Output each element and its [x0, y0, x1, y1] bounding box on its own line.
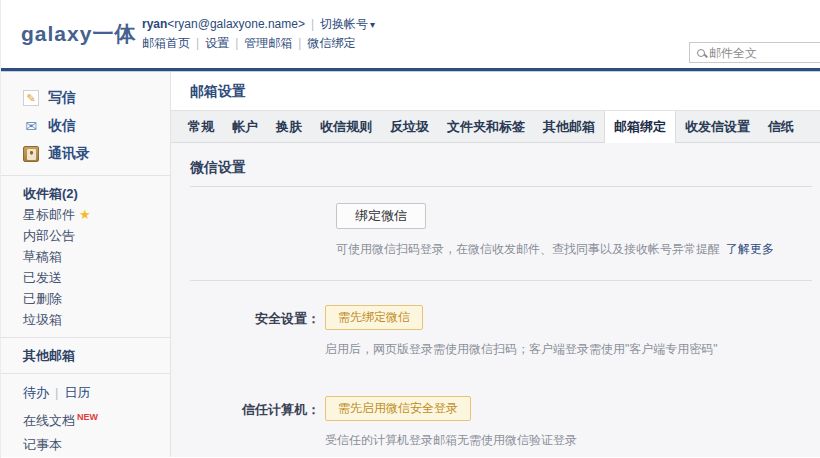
need-enable-wechat-login-button[interactable]: 需先启用微信安全登录: [325, 396, 471, 421]
divider: [190, 280, 812, 281]
trusted-computer-label: 信任计算机：: [190, 396, 320, 449]
nav-link-settings[interactable]: 设置: [205, 36, 229, 50]
receive-mail-button[interactable]: ✉ 收信: [1, 112, 170, 140]
main-content: 邮箱设置 常规 帐户 换肤 收信规则 反垃圾 文件夹和标签 其他邮箱 邮箱绑定 …: [171, 72, 820, 457]
chevron-down-icon[interactable]: ▾: [370, 19, 375, 30]
receive-label: 收信: [48, 117, 76, 135]
compose-button[interactable]: ✎ 写信: [1, 84, 170, 112]
wechat-settings-panel: 微信设置 绑定微信 可使用微信扫码登录，在微信收发邮件、查找同事以及接收帐号异常…: [171, 143, 820, 457]
trusted-computer-content: 需先启用微信安全登录 受信任的计算机登录邮箱无需使用微信验证登录: [325, 396, 577, 449]
search-icon: [697, 49, 705, 57]
tab-mailbox-binding[interactable]: 邮箱绑定: [604, 111, 676, 143]
user-account-line: ryan<ryan@galaxyone.name>|切换帐号▾: [142, 15, 375, 34]
user-block: ryan<ryan@galaxyone.name>|切换帐号▾ 邮箱首页|设置|…: [142, 15, 375, 53]
webmail-settings-page: galaxy一体 ryan<ryan@galaxyone.name>|切换帐号▾…: [0, 0, 820, 458]
nav-link-manage-mail[interactable]: 管理邮箱: [244, 36, 292, 50]
tab-stationery[interactable]: 信纸: [759, 111, 803, 142]
contacts-label: 通讯录: [48, 145, 90, 163]
search-input[interactable]: [709, 46, 819, 60]
sidebar-item-other-mail[interactable]: 其他邮箱: [1, 345, 170, 366]
security-settings-description: 启用后，网页版登录需使用微信扫码；客户端登录需使用"客户端专用密码": [325, 341, 718, 358]
sidebar-item-inbox[interactable]: 收件箱(2): [1, 183, 170, 204]
other-mail-list: 其他邮箱: [1, 345, 170, 366]
page-title: 邮箱设置: [171, 72, 820, 110]
separator: |: [311, 17, 314, 31]
tab-other-mailboxes[interactable]: 其他邮箱: [534, 111, 604, 142]
user-name: ryan: [142, 17, 167, 31]
sidebar-item-todo-calendar: 待办|日历: [1, 381, 170, 405]
tab-account[interactable]: 帐户: [223, 111, 267, 142]
sidebar-item-sent[interactable]: 已发送: [1, 267, 170, 288]
header-nav: 邮箱首页|设置|管理邮箱|微信绑定: [142, 34, 375, 53]
sidebar-item-notepad[interactable]: 记事本: [1, 433, 170, 457]
todo-link[interactable]: 待办: [23, 385, 49, 400]
body: ✎ 写信 ✉ 收信 通讯录 收件箱(2) 星标邮件★ 内部公告 草稿箱 已发送 …: [1, 72, 820, 457]
switch-account-link[interactable]: 切换帐号: [320, 17, 368, 31]
pencil-icon: ✎: [23, 90, 39, 106]
contacts-button[interactable]: 通讯录: [1, 140, 170, 168]
settings-tabs: 常规 帐户 换肤 收信规则 反垃圾 文件夹和标签 其他邮箱 邮箱绑定 收发信设置…: [171, 110, 820, 143]
compose-label: 写信: [48, 89, 76, 107]
user-email: <ryan@galaxyone.name>: [167, 17, 305, 31]
separator: |: [196, 36, 199, 50]
sidebar-item-online-docs[interactable]: 在线文档NEW: [1, 405, 170, 433]
divider: [1, 373, 170, 374]
tab-antispam[interactable]: 反垃圾: [381, 111, 438, 142]
separator: |: [55, 385, 58, 400]
security-settings-label: 安全设置：: [190, 305, 320, 358]
sidebar-item-drafts[interactable]: 草稿箱: [1, 246, 170, 267]
tab-general[interactable]: 常规: [179, 111, 223, 142]
tab-send-receive[interactable]: 收发信设置: [676, 111, 759, 142]
star-icon: ★: [79, 207, 91, 222]
folder-list: 收件箱(2) 星标邮件★ 内部公告 草稿箱 已发送 已删除 垃圾箱: [1, 183, 170, 330]
address-book-icon: [23, 146, 39, 162]
nav-link-mail-home[interactable]: 邮箱首页: [142, 36, 190, 50]
calendar-link[interactable]: 日历: [64, 385, 90, 400]
brand-logo: galaxy一体: [21, 20, 136, 48]
separator: |: [298, 36, 301, 50]
divider: [1, 337, 170, 338]
sidebar-item-junk[interactable]: 垃圾箱: [1, 309, 170, 330]
bind-wechat-block: 绑定微信 可使用微信扫码登录，在微信收发邮件、查找同事以及接收帐号异常提醒了解更…: [336, 203, 812, 258]
bind-wechat-button[interactable]: 绑定微信: [336, 203, 426, 229]
sidebar-item-starred[interactable]: 星标邮件★: [1, 204, 170, 225]
nav-link-wechat-bind[interactable]: 微信绑定: [307, 36, 355, 50]
header: galaxy一体 ryan<ryan@galaxyone.name>|切换帐号▾…: [1, 0, 820, 68]
security-settings-row: 安全设置： 需先绑定微信 启用后，网页版登录需使用微信扫码；客户端登录需使用"客…: [190, 305, 812, 358]
mail-search-box[interactable]: [689, 42, 820, 63]
tab-skin[interactable]: 换肤: [267, 111, 311, 142]
new-badge: NEW: [77, 412, 98, 422]
tab-folders-labels[interactable]: 文件夹和标签: [438, 111, 534, 142]
separator: |: [235, 36, 238, 50]
divider: [1, 175, 170, 176]
need-bind-wechat-button[interactable]: 需先绑定微信: [325, 305, 423, 330]
apps-list: 待办|日历 在线文档NEW 记事本 企业网盘 文件中转站: [1, 381, 170, 458]
sidebar-item-announcements[interactable]: 内部公告: [1, 225, 170, 246]
sidebar: ✎ 写信 ✉ 收信 通讯录 收件箱(2) 星标邮件★ 内部公告 草稿箱 已发送 …: [1, 72, 171, 457]
bind-wechat-description: 可使用微信扫码登录，在微信收发邮件、查找同事以及接收帐号异常提醒了解更多: [336, 241, 812, 258]
tab-mail-rules[interactable]: 收信规则: [311, 111, 381, 142]
sidebar-item-deleted[interactable]: 已删除: [1, 288, 170, 309]
section-title: 微信设置: [190, 159, 812, 187]
trusted-computer-description: 受信任的计算机登录邮箱无需使用微信验证登录: [325, 432, 577, 449]
trusted-computer-row: 信任计算机： 需先启用微信安全登录 受信任的计算机登录邮箱无需使用微信验证登录: [190, 396, 812, 449]
security-settings-content: 需先绑定微信 启用后，网页版登录需使用微信扫码；客户端登录需使用"客户端专用密码…: [325, 305, 718, 358]
envelope-icon: ✉: [23, 118, 39, 134]
learn-more-link[interactable]: 了解更多: [726, 242, 774, 256]
